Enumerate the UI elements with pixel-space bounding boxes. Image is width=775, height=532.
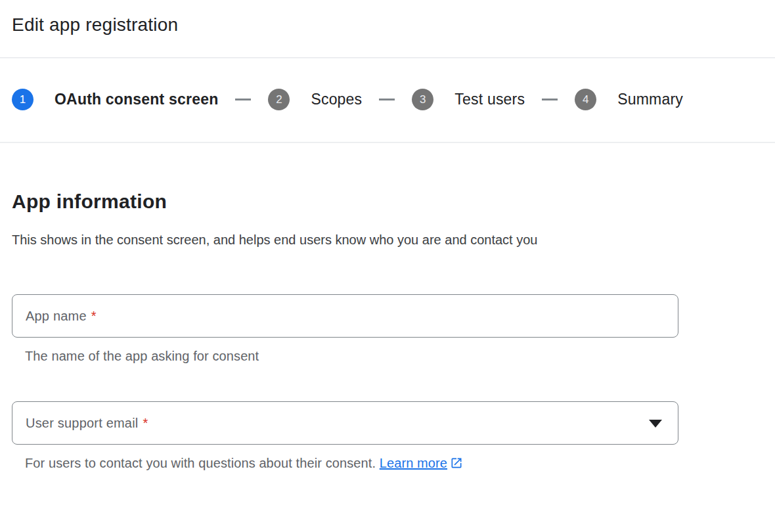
- page-title: Edit app registration: [12, 14, 775, 36]
- step-summary[interactable]: 4 Summary: [575, 89, 683, 110]
- step-2-circle: 2: [268, 89, 290, 110]
- user-support-email-label: User support email: [26, 416, 138, 431]
- app-name-input[interactable]: App name *: [12, 294, 678, 338]
- dropdown-arrow-icon[interactable]: [649, 420, 662, 428]
- external-link-icon: [450, 456, 463, 474]
- stepper-divider: [0, 142, 775, 143]
- step-3-circle: 3: [412, 89, 433, 110]
- app-name-required-marker: *: [91, 309, 97, 324]
- app-name-field-group: App name * The name of the app asking fo…: [12, 294, 678, 365]
- wizard-stepper: 1 OAuth consent screen 2 Scopes 3 Test u…: [12, 89, 775, 110]
- user-support-email-required-marker: *: [143, 416, 148, 431]
- user-support-email-helper-label: For users to contact you with questions …: [25, 456, 376, 470]
- header-divider: [0, 57, 775, 58]
- oauth-consent-form: App information This shows in the consen…: [0, 190, 775, 474]
- step-oauth-consent-screen[interactable]: 1 OAuth consent screen: [12, 89, 218, 110]
- step-3-label: Test users: [454, 91, 525, 108]
- step-4-circle: 4: [575, 89, 596, 110]
- step-1-label: OAuth consent screen: [55, 91, 218, 108]
- step-4-label: Summary: [617, 91, 683, 108]
- step-separator: [235, 99, 251, 100]
- step-separator: [542, 99, 558, 100]
- user-support-email-helper-text: For users to contact you with questions …: [25, 454, 678, 474]
- step-scopes[interactable]: 2 Scopes: [268, 89, 362, 110]
- user-support-email-select[interactable]: User support email *: [12, 401, 678, 445]
- step-separator: [379, 99, 395, 100]
- section-description: This shows in the consent screen, and he…: [12, 227, 580, 252]
- learn-more-link[interactable]: Learn more: [380, 456, 463, 470]
- app-name-label: App name: [26, 309, 87, 324]
- user-support-email-field-group: User support email * For users to contac…: [12, 401, 678, 474]
- step-1-circle: 1: [12, 89, 33, 110]
- page-header: Edit app registration: [0, 14, 775, 36]
- learn-more-label: Learn more: [380, 456, 447, 470]
- step-2-label: Scopes: [311, 91, 362, 108]
- section-heading: App information: [12, 190, 775, 213]
- app-name-helper-text: The name of the app asking for consent: [25, 347, 678, 365]
- step-test-users[interactable]: 3 Test users: [412, 89, 525, 110]
